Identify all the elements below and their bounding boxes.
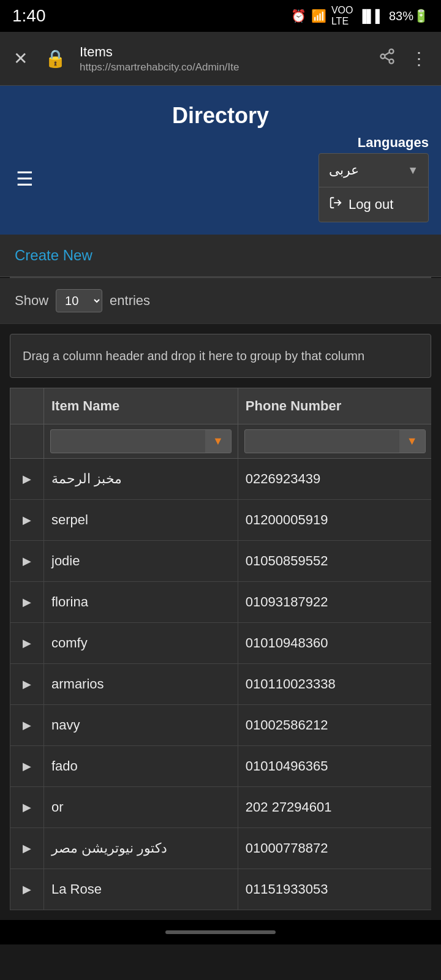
row-phone-number: 01010496365 [238, 746, 431, 787]
status-bar: 1:40 ⏰ 📶 VOOLTE ▐▌▌ 83%🔋 [0, 0, 441, 32]
row-expand-cell: ▶ [10, 787, 44, 828]
filter-phone-input[interactable] [245, 430, 399, 453]
table-row: ▶La Rose01151933053 [10, 869, 432, 910]
table-row: ▶florina0109318792201 [10, 582, 432, 623]
expand-button[interactable]: ▶ [18, 675, 36, 693]
battery-label: 83%🔋 [389, 9, 429, 23]
svg-line-3 [385, 58, 390, 61]
entries-label: entries [110, 293, 150, 309]
hamburger-icon: ☰ [16, 168, 34, 190]
table-row: ▶fado01010496365 [10, 746, 432, 787]
row-expand-cell: ▶ [10, 746, 44, 787]
show-entries-bar: Show 10 25 50 100 entries [0, 278, 441, 324]
row-item-name: jodie [44, 541, 238, 582]
app-header-title: Directory [12, 103, 429, 129]
filter-name-cell: ▼ [44, 424, 238, 459]
browser-share-button[interactable] [375, 44, 399, 73]
filter-phone-cell: ▼ [238, 424, 431, 459]
show-label: Show [15, 293, 48, 309]
col-header-expand [10, 388, 44, 424]
table-row: ▶or202 27294601 [10, 787, 432, 828]
filter-row: ▼ ▼ [10, 424, 432, 459]
languages-dropdown: عربى ▼ Log out [318, 153, 429, 222]
row-expand-cell: ▶ [10, 582, 44, 623]
create-new-link[interactable]: Create New [15, 247, 92, 263]
header-top-row: ☰ Languages عربى ▼ Log out [12, 135, 429, 222]
table-row: ▶comfy01010948360 [10, 623, 432, 664]
row-item-name: دكتور نيوتريشن مصر [44, 828, 238, 869]
svg-point-1 [381, 55, 385, 59]
filter-name-button[interactable]: ▼ [205, 430, 231, 453]
create-new-bar: Create New [0, 235, 441, 277]
hamburger-button[interactable]: ☰ [12, 164, 37, 194]
expand-button[interactable]: ▶ [18, 511, 36, 529]
svg-point-0 [390, 49, 394, 53]
expand-button[interactable]: ▶ [18, 880, 36, 899]
expand-button[interactable]: ▶ [18, 798, 36, 816]
row-item-name: La Rose [44, 869, 238, 910]
filter-phone-wrap: ▼ [244, 429, 426, 453]
expand-button[interactable]: ▶ [18, 839, 36, 858]
drag-hint: Drag a column header and drop it here to… [10, 334, 431, 378]
row-expand-cell: ▶ [10, 705, 44, 746]
filter-name-wrap: ▼ [50, 429, 232, 453]
browser-url-text: https://smartrehabcity.co/Admin/Ite [80, 61, 365, 74]
browser-lock-button[interactable]: 🔒 [41, 45, 70, 72]
expand-button[interactable]: ▶ [18, 593, 36, 611]
logout-option[interactable]: Log out [319, 187, 428, 222]
browser-bar: ✕ 🔒 Items https://smartrehabcity.co/Admi… [0, 32, 441, 86]
home-bar [165, 930, 276, 934]
row-phone-number: 01200005919 [238, 500, 431, 541]
language-arabic-option[interactable]: عربى ▼ [319, 154, 428, 187]
expand-button[interactable]: ▶ [18, 470, 36, 488]
expand-button[interactable]: ▶ [18, 634, 36, 652]
expand-button[interactable]: ▶ [18, 552, 36, 570]
table-row: ▶serpel01200005919 [10, 500, 432, 541]
row-item-name: serpel [44, 500, 238, 541]
row-phone-number: 01000778872 [238, 828, 431, 869]
table-row: ▶دكتور نيوتريشن مصر01000778872 [10, 828, 432, 869]
row-item-name: fado [44, 746, 238, 787]
signal-icon: ▐▌▌ [358, 9, 384, 23]
row-expand-cell: ▶ [10, 664, 44, 705]
browser-menu-button[interactable]: ⋮ [407, 45, 431, 72]
row-item-name: armarios [44, 664, 238, 705]
svg-point-2 [390, 59, 394, 64]
col-header-phone: Phone Number [238, 388, 431, 424]
row-phone-number: 010110023338 [238, 664, 431, 705]
expand-button[interactable]: ▶ [18, 716, 36, 734]
row-phone-number: 0226923439 [238, 459, 431, 500]
lte-icon: VOOLTE [331, 5, 353, 27]
items-table: Item Name Phone Number Ad ▼ ▼ [10, 388, 431, 910]
wifi-icon: 📶 [311, 9, 326, 23]
alarm-icon: ⏰ [291, 9, 306, 23]
table-body: ▶مخبز الرحمة0226923439▶serpel01200005919… [10, 459, 432, 910]
table-row: ▶jodie01050859552 [10, 541, 432, 582]
row-item-name: florina [44, 582, 238, 623]
expand-button[interactable]: ▶ [18, 757, 36, 775]
table-row: ▶armarios010110023338 [10, 664, 432, 705]
logout-label: Log out [349, 197, 393, 213]
row-phone-number: 01050859552 [238, 541, 431, 582]
filter-name-input[interactable] [51, 430, 205, 453]
languages-area: Languages عربى ▼ Log out [318, 135, 429, 222]
row-phone-number: 01093187922 [238, 582, 431, 623]
row-expand-cell: ▶ [10, 500, 44, 541]
row-expand-cell: ▶ [10, 623, 44, 664]
language-arabic-label: عربى [329, 162, 359, 178]
filter-phone-button[interactable]: ▼ [399, 430, 425, 453]
status-time: 1:40 [12, 6, 46, 26]
entries-select[interactable]: 10 25 50 100 [56, 289, 102, 312]
app-header: Directory ☰ Languages عربى ▼ [0, 86, 441, 235]
row-phone-number: 01151933053 [238, 869, 431, 910]
table-container: Item Name Phone Number Ad ▼ ▼ [10, 388, 431, 910]
status-icons: ⏰ 📶 VOOLTE ▐▌▌ 83%🔋 [291, 5, 429, 27]
row-item-name: or [44, 787, 238, 828]
col-header-name: Item Name [44, 388, 238, 424]
table-row: ▶مخبز الرحمة0226923439 [10, 459, 432, 500]
row-expand-cell: ▶ [10, 541, 44, 582]
browser-close-button[interactable]: ✕ [10, 45, 31, 72]
row-expand-cell: ▶ [10, 828, 44, 869]
row-item-name: navy [44, 705, 238, 746]
browser-page-title: Items [80, 44, 365, 60]
